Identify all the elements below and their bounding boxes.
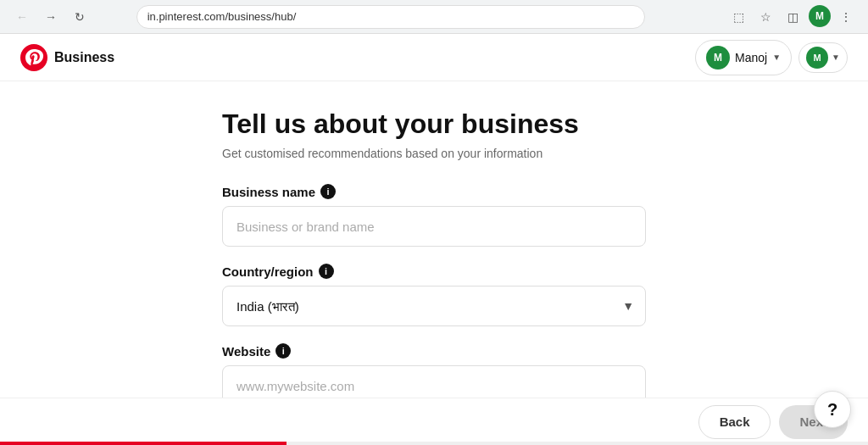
help-button[interactable]: ? <box>814 391 851 428</box>
progress-bar-fill <box>0 442 287 445</box>
forward-nav-button[interactable]: → <box>39 5 63 29</box>
country-select[interactable]: India (भारत) United States United Kingdo… <box>222 286 646 326</box>
app-container: Business M Manoj ▼ M ▼ Tell us about you… <box>0 34 868 445</box>
user-avatar: M <box>706 46 730 70</box>
svg-point-0 <box>20 44 47 71</box>
bottom-bar: Back Next <box>0 398 868 445</box>
country-region-group: Country/region i India (भारत) United Sta… <box>222 264 646 326</box>
business-name-label: Business name i <box>222 184 646 199</box>
page-title: Tell us about your business <box>222 108 646 140</box>
website-label: Website i <box>222 343 646 359</box>
top-nav: Business M Manoj ▼ M ▼ <box>0 34 868 81</box>
business-name-input[interactable] <box>222 206 646 247</box>
brand-name: Business <box>54 50 114 65</box>
brand-logo: Business <box>20 44 114 71</box>
mini-chevron-down-icon: ▼ <box>832 53 840 62</box>
star-icon-button[interactable]: ☆ <box>754 5 778 29</box>
back-nav-button[interactable]: ← <box>10 5 34 29</box>
progress-bar-container <box>0 442 868 445</box>
country-info-icon[interactable]: i <box>319 264 334 279</box>
browser-icons: ⬚ ☆ ◫ M ⋮ <box>727 5 858 29</box>
business-name-info-icon[interactable]: i <box>320 184 336 199</box>
country-region-label: Country/region i <box>222 264 646 279</box>
cast-icon-button[interactable]: ⬚ <box>727 5 751 29</box>
user-name-label: Manoj <box>735 51 767 64</box>
website-input[interactable] <box>222 365 646 398</box>
page-subtitle: Get customised recommendations based on … <box>222 147 646 160</box>
user-chevron-down-icon: ▼ <box>772 53 781 62</box>
back-button[interactable]: Back <box>698 405 771 439</box>
browser-profile-avatar[interactable]: M <box>809 5 831 27</box>
reload-button[interactable]: ↻ <box>68 5 92 29</box>
mini-avatar-button[interactable]: M ▼ <box>798 42 848 73</box>
menu-icon-button[interactable]: ⋮ <box>834 5 858 29</box>
url-text: in.pinterest.com/business/hub/ <box>147 10 297 23</box>
business-name-group: Business name i <box>222 184 646 247</box>
country-select-wrapper: India (भारत) United States United Kingdo… <box>222 286 646 326</box>
user-pill-button[interactable]: M Manoj ▼ <box>695 40 792 75</box>
pinterest-logo-icon <box>20 44 47 71</box>
browser-chrome: ← → ↻ in.pinterest.com/business/hub/ ⬚ ☆… <box>0 0 868 34</box>
website-info-icon[interactable]: i <box>275 343 291 359</box>
website-group: Website i I don't have a website <box>222 343 646 398</box>
nav-right: M Manoj ▼ M ▼ <box>695 40 848 75</box>
sidebar-icon-button[interactable]: ◫ <box>782 5 805 29</box>
mini-avatar: M <box>806 47 828 69</box>
nav-buttons: ← → ↻ <box>10 5 92 29</box>
address-bar[interactable]: in.pinterest.com/business/hub/ <box>136 5 645 29</box>
main-content: Tell us about your business Get customis… <box>0 81 868 398</box>
form-container: Tell us about your business Get customis… <box>222 108 646 398</box>
